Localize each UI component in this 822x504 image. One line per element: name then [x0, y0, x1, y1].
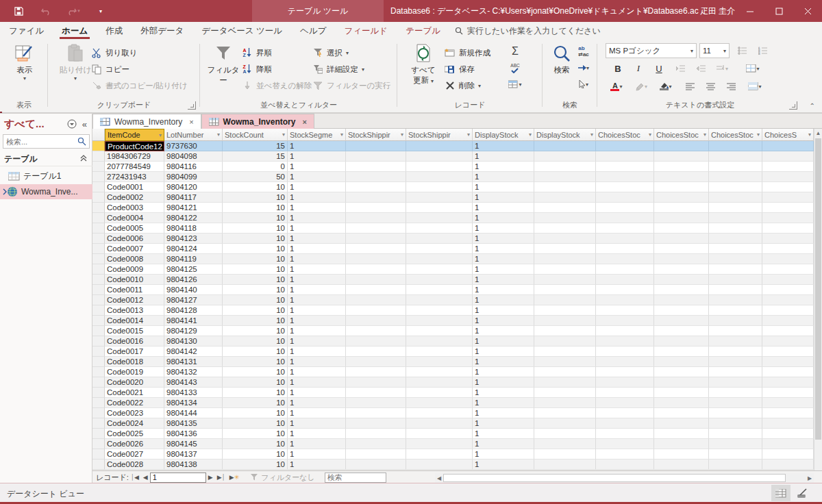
- table-cell[interactable]: [596, 203, 654, 213]
- table-cell[interactable]: [762, 346, 814, 357]
- table-cell[interactable]: 9804145: [164, 439, 223, 449]
- table-cell[interactable]: [654, 162, 709, 172]
- column-filter-dropdown-icon[interactable]: ▾: [282, 131, 285, 138]
- table-cell[interactable]: 9804098: [164, 151, 223, 162]
- maximize-button[interactable]: [764, 0, 793, 22]
- table-cell[interactable]: [654, 223, 709, 234]
- column-filter-dropdown-icon[interactable]: ▾: [401, 131, 403, 138]
- table-cell[interactable]: [709, 336, 762, 346]
- table-cell[interactable]: 1: [288, 172, 346, 182]
- table-cell[interactable]: [346, 336, 406, 346]
- row-selector[interactable]: [92, 141, 105, 151]
- tell-me-search[interactable]: 実行したい作業を入力してください: [455, 25, 601, 37]
- table-cell[interactable]: [346, 439, 406, 449]
- align-right-icon[interactable]: [723, 79, 740, 94]
- table-cell[interactable]: [709, 377, 762, 388]
- table-cell[interactable]: [762, 316, 814, 326]
- table-cell[interactable]: [406, 244, 473, 254]
- table-row[interactable]: 20777845499804116011: [92, 162, 814, 172]
- table-cell[interactable]: [346, 459, 406, 470]
- table-row[interactable]: Code002398041441011: [92, 408, 814, 418]
- table-cell[interactable]: [346, 408, 406, 418]
- rtl-paragraph-icon[interactable]: ▾: [714, 61, 730, 76]
- table-cell[interactable]: [346, 398, 406, 408]
- table-cell[interactable]: [346, 346, 406, 357]
- table-row[interactable]: Code002698041451011: [92, 439, 814, 449]
- table-cell[interactable]: 1: [473, 388, 534, 398]
- tab-home[interactable]: ホーム: [53, 22, 97, 40]
- table-cell[interactable]: [596, 459, 654, 470]
- table-cell[interactable]: [596, 316, 654, 326]
- table-cell[interactable]: [654, 388, 709, 398]
- table-cell[interactable]: [654, 295, 709, 305]
- row-selector[interactable]: [92, 264, 105, 275]
- row-selector[interactable]: [92, 244, 105, 254]
- table-cell[interactable]: [709, 305, 762, 316]
- table-cell[interactable]: [596, 285, 654, 295]
- table-cell[interactable]: [654, 346, 709, 357]
- table-cell[interactable]: 1: [473, 223, 534, 234]
- table-cell[interactable]: [654, 172, 709, 182]
- table-cell[interactable]: [762, 357, 814, 367]
- table-cell[interactable]: [654, 398, 709, 408]
- table-cell[interactable]: 1: [288, 254, 346, 264]
- table-cell[interactable]: Code0022: [105, 398, 164, 408]
- row-selector[interactable]: [92, 367, 105, 377]
- row-selector[interactable]: [92, 162, 105, 172]
- table-cell[interactable]: [596, 141, 654, 151]
- table-cell[interactable]: [406, 429, 473, 439]
- copy-button[interactable]: コピー: [90, 62, 129, 77]
- doc-tab-wowma-inventory-2[interactable]: Wowma_Inventory ×: [201, 114, 314, 129]
- table-cell[interactable]: 1: [288, 346, 346, 357]
- table-cell[interactable]: 9804137: [164, 449, 223, 459]
- table-cell[interactable]: 1: [288, 449, 346, 459]
- table-cell[interactable]: [762, 192, 814, 203]
- table-cell[interactable]: 9804144: [164, 408, 223, 418]
- table-cell[interactable]: [406, 398, 473, 408]
- table-cell[interactable]: Code0021: [105, 388, 164, 398]
- table-cell[interactable]: 10: [223, 408, 288, 418]
- table-cell[interactable]: [709, 203, 762, 213]
- table-cell[interactable]: 9804123: [164, 234, 223, 244]
- refresh-all-button[interactable]: すべて更新 ▾: [406, 43, 441, 86]
- table-cell[interactable]: [406, 418, 473, 429]
- table-cell[interactable]: [534, 459, 596, 470]
- table-cell[interactable]: 50: [223, 172, 288, 182]
- table-cell[interactable]: [406, 254, 473, 264]
- table-cell[interactable]: [534, 234, 596, 244]
- table-cell[interactable]: 9804117: [164, 192, 223, 203]
- row-selector[interactable]: [92, 346, 105, 357]
- table-cell[interactable]: 9804116: [164, 162, 223, 172]
- table-cell[interactable]: [596, 398, 654, 408]
- table-cell[interactable]: 9737630: [164, 141, 223, 151]
- table-cell[interactable]: 9804131: [164, 357, 223, 367]
- table-cell[interactable]: [709, 275, 762, 285]
- table-cell[interactable]: [654, 459, 709, 470]
- table-cell[interactable]: 1: [288, 213, 346, 223]
- table-cell[interactable]: [346, 377, 406, 388]
- row-selector[interactable]: [92, 213, 105, 223]
- table-cell[interactable]: Code0020: [105, 377, 164, 388]
- table-cell[interactable]: [654, 377, 709, 388]
- underline-button[interactable]: U: [651, 61, 667, 76]
- table-cell[interactable]: [709, 182, 762, 192]
- table-cell[interactable]: [709, 285, 762, 295]
- table-cell[interactable]: [709, 449, 762, 459]
- font-size-combo[interactable]: 11▾: [699, 43, 730, 58]
- table-cell[interactable]: [346, 151, 406, 162]
- table-cell[interactable]: [709, 408, 762, 418]
- table-cell[interactable]: Code0025: [105, 429, 164, 439]
- table-cell[interactable]: [762, 213, 814, 223]
- table-cell[interactable]: 1: [288, 264, 346, 275]
- table-cell[interactable]: 1: [288, 408, 346, 418]
- table-cell[interactable]: [534, 388, 596, 398]
- table-cell[interactable]: [406, 162, 473, 172]
- table-cell[interactable]: [762, 336, 814, 346]
- sort-ascending-button[interactable]: AZ 昇順: [241, 45, 272, 60]
- column-header[interactable]: ChoicesStoc▾: [596, 129, 654, 141]
- scroll-up-icon[interactable]: ▲: [814, 130, 822, 136]
- table-cell[interactable]: 1: [473, 429, 534, 439]
- table-cell[interactable]: [654, 449, 709, 459]
- table-cell[interactable]: 0: [223, 162, 288, 172]
- table-cell[interactable]: [346, 449, 406, 459]
